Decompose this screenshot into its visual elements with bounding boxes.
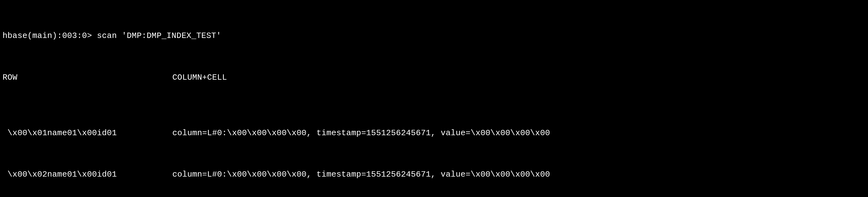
header-row-label: ROW — [2, 71, 172, 84]
row-key: \x00\x01name01\x00id01 — [2, 126, 172, 140]
table-row: \x00\x02name01\x00id01 column=L#0:\x00\x… — [2, 167, 866, 181]
terminal[interactable]: hbase(main):003:0> scan 'DMP:DMP_INDEX_T… — [0, 0, 868, 197]
row-cell: column=L#0:\x00\x00\x00\x00, timestamp=1… — [172, 167, 866, 181]
row-cell: column=L#0:\x00\x00\x00\x00, timestamp=1… — [172, 126, 866, 140]
table-row: \x00\x01name01\x00id01 column=L#0:\x00\x… — [2, 126, 866, 140]
prompt-line: hbase(main):003:0> scan 'DMP:DMP_INDEX_T… — [2, 29, 866, 43]
row-key: \x00\x02name01\x00id01 — [2, 167, 172, 181]
header-row: ROW COLUMN+CELL — [2, 71, 866, 84]
header-cell-label: COLUMN+CELL — [172, 71, 866, 84]
